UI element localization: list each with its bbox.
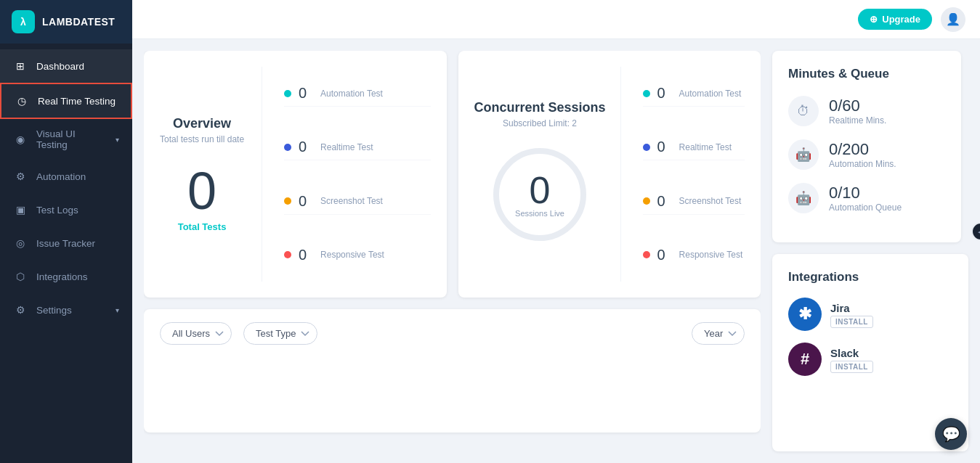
- logo-area[interactable]: λ LAMBDATEST: [0, 0, 132, 44]
- concurrent-subtitle: Subscribed Limit: 2: [503, 118, 577, 128]
- sidebar-item-dashboard[interactable]: ⊞ Dashboard: [0, 49, 132, 83]
- minutes-info-queue: 0/10 Automation Queue: [829, 184, 902, 213]
- logo-icon: λ: [12, 10, 35, 33]
- sidebar-item-testlogs[interactable]: ▣ Test Logs: [0, 193, 132, 226]
- sessions-live-value: 0: [515, 171, 564, 209]
- metric-realtime-label: Realtime Test: [320, 142, 373, 152]
- con-metric-responsive: 0 Responsive Test: [643, 242, 745, 268]
- sidebar-item-automation[interactable]: ⚙ Automation: [0, 160, 132, 193]
- jira-info: Jira INSTALL: [830, 302, 873, 327]
- settings-icon: ⚙: [13, 303, 28, 317]
- slack-name: Slack: [830, 347, 873, 359]
- sidebar-item-label: Issue Tracker: [36, 238, 95, 249]
- dot-con-screenshot: [643, 197, 650, 205]
- sidebar-item-realtime[interactable]: ◷ Real Time Testing: [0, 83, 132, 119]
- dot-con-automation: [643, 90, 650, 97]
- integrations-card: Integrations ✱ Jira INSTALL # Slack: [772, 254, 968, 451]
- minutes-item-queue: 🤖 0/10 Automation Queue: [788, 183, 945, 213]
- overview-title: Overview: [173, 116, 231, 131]
- testtype-filter[interactable]: Test Type: [243, 322, 317, 345]
- sidebar: λ LAMBDATEST ⊞ Dashboard ◷ Real Time Tes…: [0, 0, 132, 463]
- integration-slack: # Slack INSTALL: [788, 343, 952, 376]
- minutes-info-automation: 0/200 Automation Mins.: [829, 140, 896, 169]
- top-row: Overview Total tests run till date 0 Tot…: [144, 51, 761, 298]
- jira-name: Jira: [830, 302, 873, 314]
- issuetracker-icon: ◎: [13, 236, 28, 250]
- con-metric-automation: 0 Automation Test: [643, 81, 745, 107]
- upgrade-icon: ⊕: [870, 14, 878, 25]
- user-icon: 👤: [946, 12, 960, 26]
- dot-automation: [284, 90, 291, 97]
- concurrent-metrics: 0 Automation Test 0 Realtime Test 0 Scre…: [636, 67, 745, 282]
- sidebar-item-label: Real Time Testing: [38, 96, 116, 107]
- user-avatar[interactable]: 👤: [941, 7, 965, 32]
- integration-jira: ✱ Jira INSTALL: [788, 298, 952, 331]
- sidebar-item-label: Automation: [36, 171, 86, 182]
- metric-realtime: 0 Realtime Test: [284, 134, 430, 160]
- sidebar-item-settings[interactable]: ⚙ Settings ▾: [0, 293, 132, 327]
- sidebar-item-integrations[interactable]: ⬡ Integrations: [0, 260, 132, 293]
- slack-install-badge[interactable]: INSTALL: [830, 361, 873, 373]
- total-tests-label: Total Tests: [178, 221, 227, 232]
- metric-automation: 0 Automation Test: [284, 81, 430, 107]
- users-filter[interactable]: All Users: [160, 322, 232, 345]
- overview-left: Overview Total tests run till date 0 Tot…: [160, 67, 262, 282]
- sidebar-item-issuetracker[interactable]: ◎ Issue Tracker: [0, 226, 132, 260]
- chat-bubble-button[interactable]: 💬: [935, 418, 967, 450]
- concurrent-card: Concurrent Sessions Subscribed Limit: 2 …: [458, 51, 761, 298]
- clock-icon: ⏱: [788, 96, 819, 126]
- year-filter-wrapper: Year: [692, 322, 745, 345]
- jira-logo: ✱: [788, 298, 822, 331]
- con-metric-realtime-value: 0: [657, 139, 672, 155]
- dot-con-realtime: [643, 144, 650, 151]
- robot-icon: 🤖: [788, 139, 819, 170]
- integrations-title: Integrations: [788, 270, 952, 284]
- brand-name: LAMBDATEST: [42, 16, 115, 28]
- con-metric-realtime: 0 Realtime Test: [643, 134, 745, 160]
- dot-con-responsive: [643, 251, 650, 258]
- dashboard-icon: ⊞: [13, 59, 28, 73]
- automation-mins-value: 0/200: [829, 140, 896, 159]
- con-metric-realtime-label: Realtime Test: [679, 142, 732, 152]
- dashboard-content: Overview Total tests run till date 0 Tot…: [132, 39, 980, 463]
- automation-queue-label: Automation Queue: [829, 202, 902, 213]
- minutes-item-automation: 🤖 0/200 Automation Mins.: [788, 139, 945, 170]
- con-metric-responsive-label: Responsive Test: [679, 250, 743, 260]
- sidebar-nav: ⊞ Dashboard ◷ Real Time Testing ◉ Visual…: [0, 44, 132, 327]
- automation-icon: ⚙: [13, 169, 28, 184]
- circle-center: 0 Sessions Live: [515, 171, 564, 218]
- sidebar-item-visual[interactable]: ◉ Visual UI Testing ▾: [0, 119, 132, 160]
- minutes-title: Minutes & Queue: [788, 67, 945, 81]
- bottom-row: All Users Test Type Year: [144, 309, 761, 433]
- upgrade-label: Upgrade: [882, 14, 920, 25]
- filter-card: All Users Test Type Year: [144, 309, 761, 433]
- jira-install-badge[interactable]: INSTALL: [830, 316, 873, 328]
- metric-automation-label: Automation Test: [320, 89, 383, 99]
- concurrent-title: Concurrent Sessions: [474, 100, 606, 115]
- overview-card: Overview Total tests run till date 0 Tot…: [144, 51, 447, 298]
- main-area: ⊕ Upgrade 👤 Overview Total tests run til…: [132, 0, 980, 463]
- metric-screenshot-label: Screenshot Test: [320, 196, 383, 206]
- dot-realtime: [284, 144, 291, 151]
- visual-icon: ◉: [13, 132, 28, 147]
- upgrade-button[interactable]: ⊕ Upgrade: [858, 9, 932, 30]
- minutes-item-realtime: ⏱ 0/60 Realtime Mins.: [788, 96, 945, 126]
- year-filter[interactable]: Year: [692, 322, 745, 345]
- metric-responsive-value: 0: [299, 247, 313, 263]
- con-metric-screenshot-value: 0: [657, 193, 672, 210]
- testlogs-icon: ▣: [13, 202, 28, 217]
- con-metric-screenshot-label: Screenshot Test: [679, 196, 742, 206]
- metric-screenshot: 0 Screenshot Test: [284, 189, 430, 215]
- top-header: ⊕ Upgrade 👤: [132, 0, 980, 39]
- automation-queue-value: 0/10: [829, 184, 902, 202]
- con-metric-screenshot: 0 Screenshot Test: [643, 189, 745, 215]
- realtime-mins-label: Realtime Mins.: [829, 115, 886, 126]
- metric-responsive: 0 Responsive Test: [284, 242, 430, 268]
- metric-screenshot-value: 0: [299, 193, 313, 210]
- sidebar-item-label: Visual UI Testing: [36, 128, 107, 150]
- slack-icon: #: [801, 350, 809, 369]
- con-metric-automation-value: 0: [657, 85, 672, 102]
- jira-icon: ✱: [798, 305, 811, 324]
- overview-metrics: 0 Automation Test 0 Realtime Test 0 Scre…: [277, 67, 430, 282]
- metric-realtime-value: 0: [299, 139, 313, 155]
